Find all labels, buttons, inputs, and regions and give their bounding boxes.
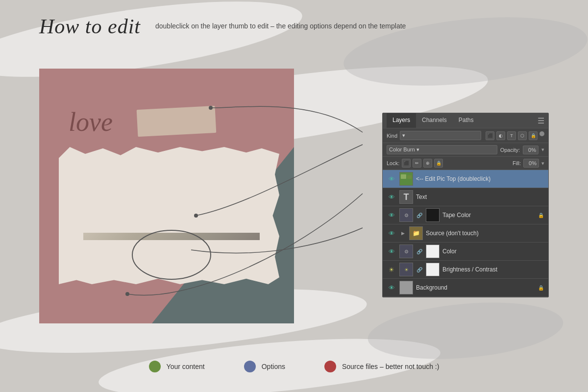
layer-visibility-6[interactable]: ☀ — [387, 265, 396, 274]
layer-row-background[interactable]: 👁 Background 🔒 — [383, 279, 548, 297]
layer-visibility-1[interactable]: 👁 — [387, 174, 396, 184]
preview-area: love — [39, 69, 294, 323]
opacity-arrow[interactable]: ▾ — [541, 147, 544, 153]
layer-name-2: Text — [416, 194, 544, 200]
layer-lock-3: 🔒 — [538, 212, 544, 219]
lock-all-btn[interactable]: 🔒 — [434, 159, 443, 168]
collage-script-text: love — [69, 108, 113, 137]
header-description: doubleclick on the layer thumb to edit –… — [155, 22, 406, 31]
filter-icons: ⬛ ◐ T ⬡ 🔒 — [486, 131, 544, 140]
tab-channels[interactable]: Channels — [416, 113, 453, 128]
lock-bar: Lock: ⬛ ✏ ⊕ 🔒 Fill: 0% ▾ — [383, 157, 548, 170]
tab-layers[interactable]: Layers — [387, 113, 416, 128]
layer-mask-5 — [426, 245, 440, 258]
lock-label: Lock: — [387, 160, 399, 166]
layer-thumbnail-6: ☀ — [399, 263, 413, 276]
svg-rect-5 — [407, 175, 412, 179]
layer-name-3: Tape Color — [442, 212, 535, 219]
filter-type-icon[interactable]: T — [507, 131, 516, 140]
layer-visibility-4[interactable]: 👁 — [387, 228, 396, 238]
header: How to edit doubleclick on the layer thu… — [39, 15, 549, 38]
legend-item-options: Options — [244, 361, 285, 372]
filter-adjust-icon[interactable]: ◐ — [496, 131, 505, 140]
main-content: How to edit doubleclick on the layer thu… — [0, 0, 588, 392]
layer-mask-3 — [426, 208, 440, 222]
layer-name-6: Brightness / Contrast — [442, 266, 544, 273]
opacity-value[interactable]: 0% — [523, 146, 539, 154]
legend-dot-content — [149, 361, 161, 372]
layer-row-text[interactable]: 👁 T Text — [383, 188, 548, 206]
layer-name-5: Color — [442, 248, 544, 255]
fill-value[interactable]: 0% — [523, 159, 539, 168]
layer-visibility-7[interactable]: 👁 — [387, 283, 396, 293]
legend-label-options: Options — [262, 363, 285, 370]
tape-strip — [137, 106, 217, 137]
layer-name-1: <-- Edit Pic Top (doubleclick) — [416, 175, 544, 182]
filter-pixel-icon[interactable]: ⬛ — [486, 131, 494, 140]
layer-name-7: Background — [416, 284, 535, 291]
layer-thumbnail-4: 📁 — [409, 226, 423, 240]
layer-visibility-2[interactable]: 👁 — [387, 192, 396, 202]
svg-rect-4 — [401, 174, 406, 179]
legend-item-source: Source files – better not touch :) — [324, 361, 439, 372]
layer-mask-6 — [426, 263, 440, 276]
photo-content — [83, 233, 260, 240]
legend-dot-options — [244, 361, 256, 372]
filter-active-dot — [539, 131, 544, 136]
blend-mode-value: Color Burn — [389, 147, 415, 152]
layer-thumbnail-2: T — [399, 190, 413, 204]
layer-lock-7: 🔒 — [538, 284, 544, 291]
layer-row-source[interactable]: 👁 ▶ 📁 Source (don't touch) — [383, 224, 548, 243]
layer-thumbnail-7 — [399, 281, 413, 294]
legend-item-content: Your content — [149, 361, 205, 372]
filter-bar: Kind ▾ ⬛ ◐ T ⬡ 🔒 — [383, 128, 548, 143]
layer-link-3: 🔗 — [416, 212, 423, 219]
layer-name-4: Source (don't touch) — [426, 230, 544, 237]
opacity-label: Opacity: — [500, 147, 520, 153]
layer-thumbnail-3: ⚙ — [399, 208, 413, 222]
lock-artboard-btn[interactable]: ⊕ — [423, 159, 432, 168]
layer-visibility-5[interactable]: 👁 — [387, 246, 396, 256]
filter-label: Kind — [387, 133, 397, 139]
fill-arrow[interactable]: ▾ — [541, 160, 544, 167]
filter-kind-dropdown[interactable]: ▾ — [400, 131, 481, 140]
layer-link-6: 🔗 — [416, 266, 423, 273]
layers-tabs: Layers Channels Paths ☰ — [383, 113, 548, 128]
tab-paths[interactable]: Paths — [453, 113, 480, 128]
layer-thumbnail-5: ⚙ — [399, 245, 413, 258]
layer-row-edit-pic-top[interactable]: 👁 <-- Edit Pic Top (doubleclick) — [383, 170, 548, 188]
layer-link-5: 🔗 — [416, 248, 423, 255]
panel-menu-icon[interactable]: ☰ — [538, 116, 544, 125]
lock-icons: ⬛ ✏ ⊕ 🔒 — [402, 159, 443, 168]
preview-canvas: love — [39, 69, 294, 323]
layer-row-brightness[interactable]: ☀ ☀ 🔗 Brightness / Contrast — [383, 261, 548, 279]
torn-paper — [59, 147, 279, 284]
fill-label: Fill: — [513, 160, 521, 166]
lock-pixel-btn[interactable]: ⬛ — [402, 159, 411, 168]
layer-expand-4[interactable]: ▶ — [399, 230, 406, 237]
layer-thumbnail-1 — [399, 172, 413, 186]
legend: Your content Options Source files – bett… — [0, 361, 588, 372]
layer-row-color[interactable]: 👁 ⚙ 🔗 Color — [383, 243, 548, 261]
lock-position-btn[interactable]: ✏ — [413, 159, 421, 168]
layer-row-tape-color[interactable]: 👁 ⚙ 🔗 Tape Color 🔒 — [383, 206, 548, 224]
filter-shape-icon[interactable]: ⬡ — [518, 131, 527, 140]
layers-panel: Layers Channels Paths ☰ Kind ▾ ⬛ ◐ T ⬡ 🔒… — [382, 113, 549, 297]
blend-mode-dropdown[interactable]: Color Burn ▾ — [387, 145, 497, 154]
page-title: How to edit — [39, 15, 141, 38]
layer-visibility-3[interactable]: 👁 — [387, 210, 396, 220]
legend-dot-source — [324, 361, 336, 372]
legend-label-content: Your content — [167, 363, 205, 370]
legend-label-source: Source files – better not touch :) — [342, 363, 439, 370]
filter-smart-icon[interactable]: 🔒 — [529, 131, 538, 140]
blend-mode-bar: Color Burn ▾ Opacity: 0% ▾ — [383, 143, 548, 157]
